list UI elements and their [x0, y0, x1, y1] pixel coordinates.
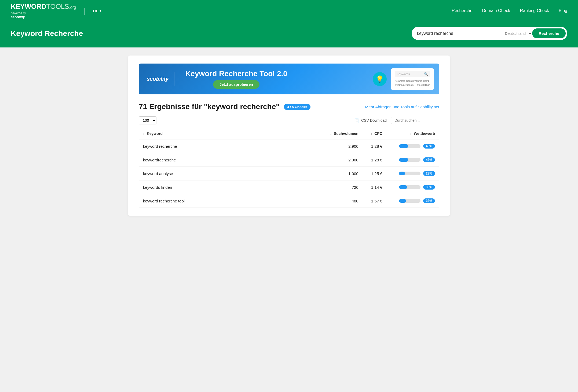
cpc-cell: 1,28 €	[363, 153, 387, 167]
results-header: 71 Ergebnisse für "keyword recherche" 3 …	[139, 102, 439, 111]
csv-label: CSV Download	[361, 118, 387, 123]
chevron-down-icon: ▾	[100, 9, 101, 13]
col-keyword[interactable]: ↕ Keyword	[139, 128, 319, 139]
col-keyword-label: Keyword	[147, 131, 163, 136]
banner-mockup-col3: Comp.	[423, 80, 430, 82]
competition-badge: 43%	[423, 144, 435, 149]
col-volume[interactable]: ↓ Suchvolumen	[319, 128, 363, 139]
page-title: Keyword Recherche	[11, 29, 83, 38]
table-row: keyword recherche tool4801,57 €33%	[139, 194, 439, 208]
banner-title: Keyword Recherche Tool 2.0	[185, 69, 287, 78]
recherche-button[interactable]: Recherche	[532, 28, 566, 38]
volume-cell: 1.000	[319, 167, 363, 180]
competition-bar-fill	[399, 172, 405, 175]
logo-powered-text: powered by	[11, 11, 76, 14]
competition-bar-fill	[399, 185, 407, 189]
table-controls: 100 📄 CSV Download	[139, 116, 439, 124]
search-form[interactable]: Deutschland Recherche	[412, 27, 567, 40]
banner-mockup-input: Keywords 🔍	[395, 71, 430, 77]
table-row: keyword analyse1.0001,25 €28%	[139, 167, 439, 180]
csv-icon: 📄	[354, 118, 360, 123]
keyword-cell[interactable]: keyword analyse	[139, 167, 319, 180]
results-title: 71 Ergebnisse für "keyword recherche"	[139, 102, 280, 111]
competition-bar-wrap	[399, 199, 420, 203]
col-volume-label: Suchvolumen	[334, 131, 358, 136]
volume-cell: 720	[319, 180, 363, 194]
logo-area: KEYWORDTOOLS.org powered by seobility | …	[11, 2, 101, 19]
main-content: seobility Keyword Recherche Tool 2.0 Jet…	[128, 56, 450, 216]
search-bar-section: Keyword Recherche Deutschland Recherche	[0, 21, 578, 47]
col-cpc-label: CPC	[374, 131, 382, 136]
banner-right: 💡 Keywords 🔍 Keywords Search volume Comp…	[367, 66, 439, 93]
keyword-cell[interactable]: keywords finden	[139, 180, 319, 194]
cpc-cell: 1,28 €	[363, 139, 387, 153]
country-select[interactable]: Deutschland	[502, 31, 532, 36]
banner-mockup-data-label: webmasters tools	[395, 84, 414, 86]
competition-bar-container: 38%	[391, 185, 435, 190]
csv-download-button[interactable]: 📄 CSV Download	[354, 118, 387, 123]
banner-mockup-col2: Search volume	[406, 80, 422, 82]
banner-center: Keyword Recherche Tool 2.0 Jetzt ausprob…	[180, 69, 293, 89]
competition-bar-container: 28%	[391, 171, 435, 176]
nav-recherche[interactable]: Recherche	[452, 8, 472, 13]
logo-text: KEYWORDTOOLS.org	[11, 2, 76, 10]
lightbulb-icon: 💡	[373, 72, 387, 86]
lang-label: DE	[93, 9, 98, 13]
competition-bar-fill	[399, 158, 408, 162]
banner-mockup-placeholder: Keywords	[397, 72, 410, 76]
competition-bar-fill	[399, 199, 406, 203]
nav-ranking-check[interactable]: Ranking Check	[520, 8, 549, 13]
main-nav: Recherche Domain Check Ranking Check Blo…	[452, 8, 567, 13]
keyword-cell[interactable]: keyword recherche	[139, 139, 319, 153]
col-competition[interactable]: ↕ Wettbewerb	[387, 128, 439, 139]
banner-cta-button[interactable]: Jetzt ausprobieren	[213, 80, 259, 89]
table-search-input[interactable]	[391, 117, 439, 124]
competition-bar-container: 43%	[391, 144, 435, 149]
nav-blog[interactable]: Blog	[559, 8, 567, 13]
promo-banner[interactable]: seobility Keyword Recherche Tool 2.0 Jet…	[139, 64, 439, 94]
more-tools-link[interactable]: Mehr Abfragen und Tools auf Seobility.ne…	[365, 105, 439, 109]
banner-divider	[174, 72, 174, 86]
sort-icon-competition: ↕	[410, 132, 412, 136]
results-table: ↕ Keyword ↓ Suchvolumen ↕ CPC ↕ Wettbewe…	[139, 128, 439, 208]
competition-bar-wrap	[399, 144, 420, 148]
banner-mockup-data-comp: High	[425, 84, 430, 86]
per-page-select[interactable]: 100	[139, 116, 156, 124]
banner-mockup-col1: Keywords	[395, 80, 405, 82]
competition-badge: 43%	[423, 157, 435, 162]
table-header-row: ↕ Keyword ↓ Suchvolumen ↕ CPC ↕ Wettbewe…	[139, 128, 439, 139]
table-row: keyword recherche2.9001,28 €43%	[139, 139, 439, 153]
competition-bar-wrap	[399, 185, 420, 189]
competition-cell: 28%	[387, 167, 439, 180]
competition-bar-wrap	[399, 158, 420, 162]
banner-mockup-data-vol: — #6.500	[414, 84, 425, 86]
keyword-cell[interactable]: keyword recherche tool	[139, 194, 319, 208]
cpc-cell: 1,25 €	[363, 167, 387, 180]
cpc-cell: 1,14 €	[363, 180, 387, 194]
col-competition-label: Wettbewerb	[414, 131, 435, 136]
table-row: keywordrecherche2.9001,28 €43%	[139, 153, 439, 167]
lang-selector[interactable]: DE ▾	[93, 9, 101, 13]
search-icon: 🔍	[424, 72, 428, 76]
volume-cell: 2.900	[319, 139, 363, 153]
competition-cell: 33%	[387, 194, 439, 208]
search-input[interactable]	[417, 31, 502, 36]
competition-bar-container: 33%	[391, 198, 435, 203]
table-header: ↕ Keyword ↓ Suchvolumen ↕ CPC ↕ Wettbewe…	[139, 128, 439, 139]
checks-badge: 3 / 5 Checks	[284, 104, 310, 110]
banner-left: seobility Keyword Recherche Tool 2.0 Jet…	[139, 64, 301, 94]
competition-badge: 28%	[423, 171, 435, 176]
competition-badge: 38%	[423, 185, 435, 190]
logo[interactable]: KEYWORDTOOLS.org powered by seobility	[11, 2, 76, 19]
banner-mockup-row-data: webmasters tools — #6.500 High	[395, 83, 430, 87]
banner-logo: seobility	[147, 76, 169, 82]
keyword-cell[interactable]: keywordrecherche	[139, 153, 319, 167]
competition-bar-wrap	[399, 172, 420, 175]
nav-domain-check[interactable]: Domain Check	[482, 8, 510, 13]
logo-keyword: KEYWORD	[11, 2, 46, 10]
sort-icon-volume: ↓	[330, 132, 332, 136]
competition-bar-fill	[399, 144, 408, 148]
col-cpc[interactable]: ↕ CPC	[363, 128, 387, 139]
table-body: keyword recherche2.9001,28 €43%keywordre…	[139, 139, 439, 208]
volume-cell: 480	[319, 194, 363, 208]
